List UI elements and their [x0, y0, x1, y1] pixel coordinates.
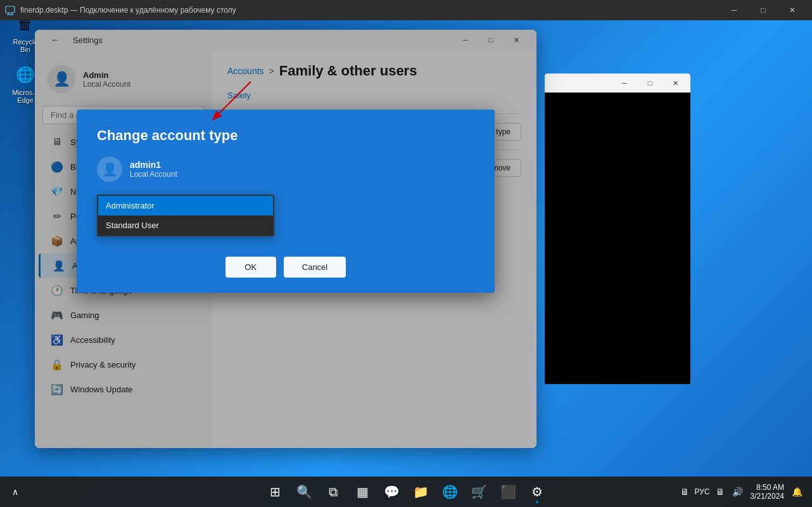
tray-network-icon[interactable]: 🖥 — [677, 484, 692, 499]
svg-line-5 — [219, 81, 251, 113]
taskbar-clock[interactable]: 8:50 AM 3/21/2024 — [751, 483, 784, 501]
taskbar-time: 8:50 AM — [751, 483, 784, 492]
taskbar-store-btn[interactable]: 🛒 — [466, 479, 492, 504]
desktop: 🗑 RecycleBin 🌐 Micros...Edge finerdp.des… — [0, 0, 812, 507]
taskbar-right: 🖥 РУС 🖥 🔊 8:50 AM 3/21/2024 🔔 — [677, 483, 804, 501]
tray-connection-icon[interactable]: 🖥 — [713, 484, 728, 499]
dialog-title: Change account type — [97, 127, 474, 144]
dialog-ok-btn[interactable]: OK — [225, 257, 276, 278]
rdp-title-icon — [5, 5, 15, 15]
recycle-label: RecycleBin — [13, 38, 37, 53]
dialog-username: admin1 — [130, 160, 177, 170]
taskbar-search-btn[interactable]: 🔍 — [291, 479, 317, 504]
account-type-dropdown-container: Administrator Standard User — [97, 195, 474, 236]
settings-window: ← Settings ─ □ ✕ 👤 Admin Local Account — [35, 30, 536, 448]
sw-maximize-btn[interactable]: □ — [637, 74, 663, 92]
taskbar-explorer-btn[interactable]: 📁 — [408, 479, 433, 504]
second-window: ─ □ ✕ — [545, 74, 690, 384]
taskbar-widgets-btn[interactable]: ▦ — [350, 479, 375, 504]
taskbar-settings-btn[interactable]: ⚙ — [524, 479, 550, 504]
tray-language[interactable]: РУС — [695, 487, 710, 496]
rdp-win-controls: ─ □ ✕ — [720, 0, 807, 20]
taskbar-terminal-btn[interactable]: ⬛ — [495, 479, 521, 504]
dialog-buttons: OK Cancel — [97, 257, 474, 278]
edge-icon: 🌐 — [14, 63, 37, 86]
second-window-content — [545, 93, 690, 384]
system-tray: 🖥 РУС 🖥 🔊 — [677, 484, 745, 499]
taskbar-center: ⊞ 🔍 ⧉ ▦ 💬 📁 🌐 🛒 ⬛ ⚙ — [262, 479, 550, 504]
change-account-dialog: Change account type 👤 admin1 Local Accou… — [77, 110, 495, 293]
sw-close-btn[interactable]: ✕ — [663, 74, 688, 92]
rdp-title-text: finerdp.desktp — Подключение к удалённом… — [20, 6, 720, 15]
dialog-overlay: Change account type 👤 admin1 Local Accou… — [35, 30, 536, 448]
taskbar-taskview-btn[interactable]: ⧉ — [320, 479, 346, 504]
tray-notification-icon[interactable]: 🔔 — [789, 484, 804, 499]
taskbar-browser-btn[interactable]: 🌐 — [437, 479, 462, 504]
taskbar-tray-chevron[interactable]: ∧ — [8, 484, 23, 499]
taskbar-start-btn[interactable]: ⊞ — [262, 479, 288, 504]
taskbar-date: 3/21/2024 — [751, 492, 784, 501]
taskbar-left: ∧ — [8, 484, 23, 499]
dropdown-item-administrator[interactable]: Administrator — [98, 196, 273, 215]
svg-rect-0 — [6, 6, 15, 13]
dialog-user-details: admin1 Local Account — [130, 160, 177, 179]
rdp-maximize-btn[interactable]: □ — [749, 0, 778, 20]
dialog-user-type: Local Account — [130, 170, 177, 179]
rdp-titlebar: finerdp.desktp — Подключение к удалённом… — [0, 0, 812, 20]
rdp-minimize-btn[interactable]: ─ — [720, 0, 749, 20]
taskbar-chat-btn[interactable]: 💬 — [379, 479, 404, 504]
account-type-dropdown[interactable]: Administrator Standard User — [97, 195, 274, 236]
red-arrow-indicator — [203, 75, 267, 125]
tray-volume-icon[interactable]: 🔊 — [730, 484, 745, 499]
second-window-titlebar: ─ □ ✕ — [545, 74, 690, 93]
dropdown-item-standard-user[interactable]: Standard User — [98, 215, 273, 235]
dialog-cancel-btn[interactable]: Cancel — [284, 257, 346, 278]
taskbar: ∧ ⊞ 🔍 ⧉ ▦ 💬 📁 🌐 🛒 ⬛ ⚙ 🖥 РУС 🖥 🔊 8:50 AM … — [0, 477, 812, 507]
rdp-close-btn[interactable]: ✕ — [778, 0, 807, 20]
dialog-user-info: 👤 admin1 Local Account — [97, 157, 474, 182]
dialog-avatar: 👤 — [97, 157, 122, 182]
sw-minimize-btn[interactable]: ─ — [612, 74, 637, 92]
